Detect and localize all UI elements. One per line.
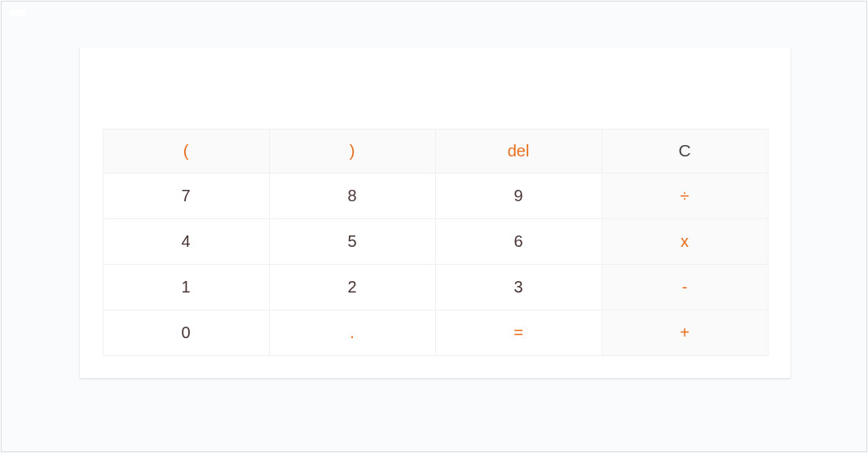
keypad: ( ) del C 7 8 9 ÷ 4 5 6 x 1 2 3 - 0 . = … (103, 129, 768, 355)
open-paren-button[interactable]: ( (103, 129, 270, 174)
digit-3-button[interactable]: 3 (435, 264, 602, 310)
digit-2-button[interactable]: 2 (269, 264, 436, 310)
calculator-display (103, 70, 768, 129)
divide-button[interactable]: ÷ (601, 173, 769, 219)
digit-5-button[interactable]: 5 (269, 218, 436, 265)
calculator-panel: ( ) del C 7 8 9 ÷ 4 5 6 x 1 2 3 - 0 . = … (80, 47, 791, 378)
close-paren-button[interactable]: ) (269, 129, 436, 174)
app-frame: ( ) del C 7 8 9 ÷ 4 5 6 x 1 2 3 - 0 . = … (1, 1, 867, 452)
clear-button[interactable]: C (601, 129, 769, 174)
decimal-button[interactable]: . (269, 310, 436, 356)
subtract-button[interactable]: - (601, 264, 769, 310)
digit-0-button[interactable]: 0 (103, 310, 270, 356)
digit-6-button[interactable]: 6 (435, 218, 602, 265)
digit-7-button[interactable]: 7 (103, 173, 270, 219)
digit-8-button[interactable]: 8 (269, 173, 436, 219)
equals-button[interactable]: = (435, 310, 602, 356)
delete-button[interactable]: del (435, 129, 602, 174)
multiply-button[interactable]: x (601, 218, 769, 265)
digit-9-button[interactable]: 9 (435, 173, 602, 219)
preview-tag (10, 10, 26, 16)
digit-1-button[interactable]: 1 (103, 264, 270, 310)
add-button[interactable]: + (601, 310, 769, 356)
digit-4-button[interactable]: 4 (103, 218, 270, 265)
